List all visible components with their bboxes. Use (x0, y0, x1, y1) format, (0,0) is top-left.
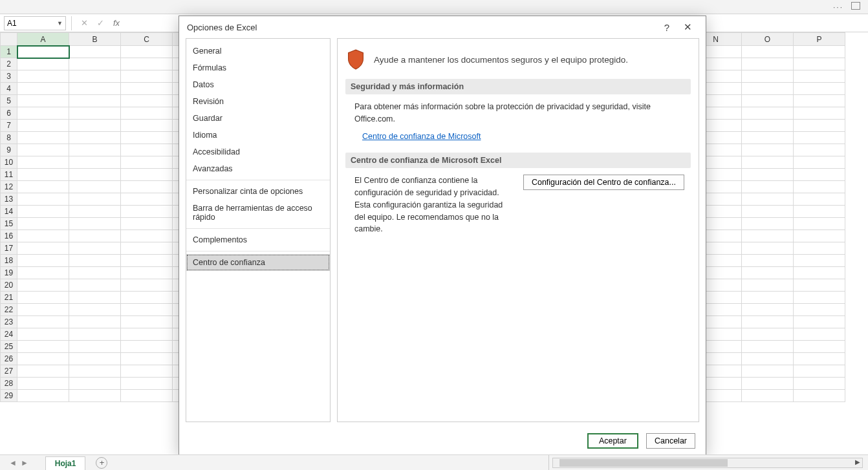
cell[interactable] (69, 120, 121, 132)
cancel-button[interactable]: Cancelar (646, 433, 695, 449)
cell[interactable] (17, 144, 69, 156)
next-sheet-icon[interactable]: ► (21, 458, 28, 467)
cell[interactable] (121, 169, 173, 181)
cell[interactable] (121, 218, 173, 230)
cell[interactable] (17, 83, 69, 95)
cell[interactable] (121, 107, 173, 120)
row-header[interactable]: 17 (1, 242, 17, 255)
cell[interactable] (69, 316, 121, 328)
cancel-icon[interactable]: ✕ (81, 18, 88, 28)
col-header[interactable]: B (69, 33, 121, 46)
prev-sheet-icon[interactable]: ◄ (9, 458, 17, 467)
cell[interactable] (69, 353, 121, 365)
row-header[interactable]: 22 (1, 304, 17, 316)
row-header[interactable]: 18 (1, 255, 17, 267)
cell[interactable] (17, 206, 69, 218)
col-header[interactable]: P (794, 33, 845, 46)
nav-item[interactable]: Revisión (186, 93, 330, 110)
cell[interactable] (69, 279, 121, 292)
cell[interactable] (17, 230, 69, 242)
fx-icon[interactable]: fx (113, 18, 120, 28)
cell[interactable] (742, 132, 794, 144)
cell[interactable] (121, 206, 173, 218)
cell[interactable] (17, 304, 69, 316)
cell[interactable] (17, 46, 69, 58)
trust-center-link[interactable]: Centro de confianza de Microsoft (362, 131, 481, 143)
cell[interactable] (794, 255, 845, 267)
row-header[interactable]: 5 (1, 95, 17, 107)
row-header[interactable]: 3 (1, 70, 17, 83)
cell[interactable] (17, 242, 69, 255)
cell[interactable] (794, 365, 845, 378)
cell[interactable] (742, 169, 794, 181)
cell[interactable] (17, 218, 69, 230)
cell[interactable] (69, 107, 121, 120)
cell[interactable] (17, 132, 69, 144)
enter-icon[interactable]: ✓ (97, 18, 104, 28)
ok-button[interactable]: Aceptar (587, 433, 638, 449)
cell[interactable] (742, 378, 794, 390)
cell[interactable] (742, 242, 794, 255)
col-header[interactable]: O (742, 33, 794, 46)
row-header[interactable]: 1 (1, 46, 17, 58)
nav-item[interactable]: Fórmulas (186, 59, 330, 76)
cell[interactable] (121, 156, 173, 169)
cell[interactable] (121, 230, 173, 242)
row-header[interactable]: 13 (1, 193, 17, 206)
cell[interactable] (742, 156, 794, 169)
scroll-right-icon[interactable]: ▶ (853, 458, 862, 467)
cell[interactable] (794, 181, 845, 193)
cell[interactable] (794, 328, 845, 341)
cell[interactable] (794, 316, 845, 328)
cell[interactable] (121, 144, 173, 156)
row-header[interactable]: 9 (1, 144, 17, 156)
window-restore-icon[interactable] (851, 2, 860, 10)
row-header[interactable]: 11 (1, 169, 17, 181)
cell[interactable] (794, 156, 845, 169)
cell[interactable] (742, 46, 794, 58)
cell[interactable] (69, 267, 121, 279)
col-header[interactable]: A (17, 33, 69, 46)
cell[interactable] (69, 58, 121, 70)
row-header[interactable]: 24 (1, 328, 17, 341)
cell[interactable] (742, 365, 794, 378)
row-header[interactable]: 14 (1, 206, 17, 218)
cell[interactable] (69, 169, 121, 181)
cell[interactable] (69, 46, 121, 58)
cell[interactable] (121, 120, 173, 132)
row-header[interactable]: 6 (1, 107, 17, 120)
cell[interactable] (17, 328, 69, 341)
row-header[interactable]: 28 (1, 378, 17, 390)
cell[interactable] (121, 365, 173, 378)
cell[interactable] (17, 267, 69, 279)
cell[interactable] (121, 279, 173, 292)
trust-center-settings-button[interactable]: Configuración del Centro de confianza... (523, 175, 684, 190)
cell[interactable] (121, 95, 173, 107)
nav-item[interactable]: Personalizar cinta de opciones (186, 183, 330, 200)
chevron-down-icon[interactable]: ▼ (57, 20, 63, 27)
cell[interactable] (742, 341, 794, 353)
cell[interactable] (121, 242, 173, 255)
cell[interactable] (794, 107, 845, 120)
cell[interactable] (742, 120, 794, 132)
cell[interactable] (794, 341, 845, 353)
cell[interactable] (742, 70, 794, 83)
cell[interactable] (794, 390, 845, 402)
row-header[interactable]: 29 (1, 390, 17, 402)
row-header[interactable]: 8 (1, 132, 17, 144)
nav-item[interactable]: Avanzadas (186, 160, 330, 177)
cell[interactable] (69, 206, 121, 218)
cell[interactable] (69, 292, 121, 304)
horizontal-scrollbar[interactable]: ▶ (552, 458, 863, 468)
cell[interactable] (742, 267, 794, 279)
cell[interactable] (794, 70, 845, 83)
cell[interactable] (17, 292, 69, 304)
cell[interactable] (17, 181, 69, 193)
cell[interactable] (794, 95, 845, 107)
cell[interactable] (121, 83, 173, 95)
cell[interactable] (742, 181, 794, 193)
nav-item[interactable]: Guardar (186, 110, 330, 127)
cell[interactable] (742, 83, 794, 95)
cell[interactable] (69, 242, 121, 255)
cell[interactable] (121, 341, 173, 353)
